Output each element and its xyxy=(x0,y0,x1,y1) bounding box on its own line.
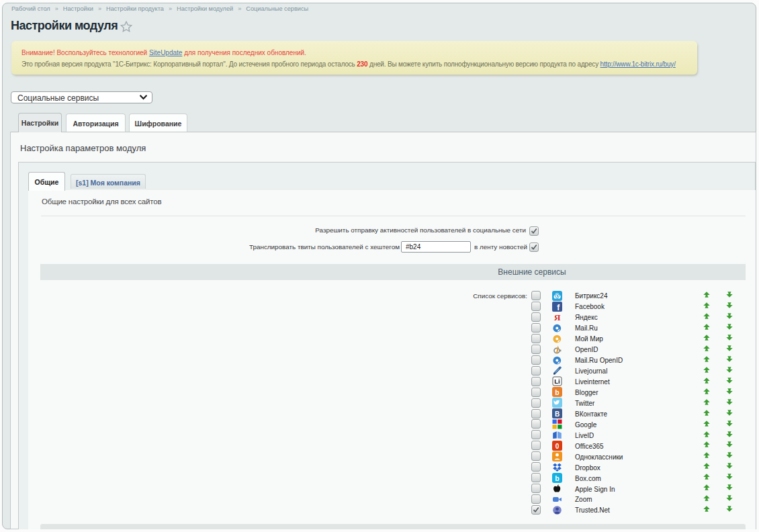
svg-text:Я: Я xyxy=(554,312,561,322)
svg-text:b: b xyxy=(555,474,559,482)
svg-text:В: В xyxy=(555,410,560,418)
svg-text:b: b xyxy=(555,388,559,396)
svg-text:0: 0 xyxy=(555,443,560,450)
svg-text:Li: Li xyxy=(554,378,560,386)
